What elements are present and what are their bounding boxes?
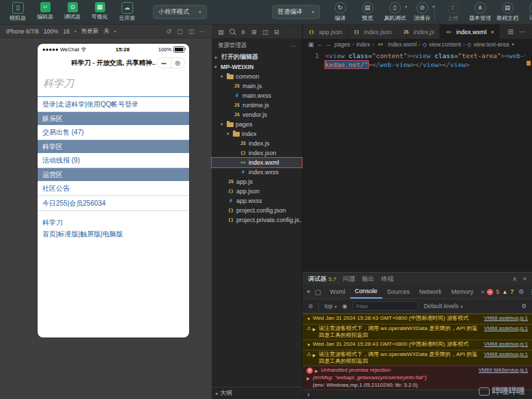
forum-link-row[interactable]: 交易出售 (47) (38, 125, 189, 140)
expand-arrow-icon[interactable]: ▶ (315, 367, 321, 374)
tree-item-common[interactable]: ▾common (212, 72, 302, 81)
close-tab-icon[interactable]: × (491, 29, 494, 36)
breadcrumb-item[interactable]: pages (335, 41, 350, 48)
expand-arrow-icon[interactable]: ▶ (313, 325, 319, 333)
source-link[interactable]: VM68 asdebug.js:1 (484, 325, 528, 332)
files-icon[interactable]: ▤ (218, 28, 224, 36)
toolbar-button-debugger[interactable]: ⊙调试器 (60, 2, 85, 20)
breadcrumb-item[interactable]: view.text-area (473, 41, 509, 48)
tree-item-index[interactable]: ▾index (212, 129, 302, 139)
tree-item-pages[interactable]: ▾pages (212, 120, 302, 129)
devtools-tab-Wxml[interactable]: Wxml (325, 285, 350, 299)
code-editor[interactable]: 1<view class="content"><view class="text… (303, 50, 532, 271)
split-editor-icon[interactable]: ⊞ (508, 28, 514, 36)
context-select[interactable]: top ▾ (324, 303, 337, 309)
toolbar-button-details[interactable]: ≡详情 (522, 2, 532, 22)
toolbar-button-upload[interactable]: ⇧上传 (440, 2, 465, 22)
home-button[interactable]: ◎ (171, 58, 185, 68)
devtools-menu-icon[interactable]: ⋮ (529, 288, 532, 295)
device-select[interactable]: iPhone 6/7/8 (6, 28, 39, 35)
split-panel-icon[interactable]: ◫ (262, 28, 268, 36)
devtools-tab-Console[interactable]: Console (350, 285, 382, 299)
toolbar-button-clear-cache[interactable]: ⊘清缓存▾ (410, 2, 434, 22)
overflow-tabs-icon[interactable]: » (478, 288, 487, 295)
toolbar-button-device-debug[interactable]: ▯真机调试▾ (382, 2, 407, 22)
search-icon[interactable] (229, 29, 235, 34)
toolbar-button-simulator[interactable]: ▯模拟器 (5, 2, 30, 22)
breadcrumb-item[interactable]: index (356, 41, 370, 48)
forum-link-row[interactable]: 社区公告 (38, 181, 189, 196)
devtools-tab-Memory[interactable]: Memory (447, 285, 479, 299)
more-icon[interactable]: ⋯ (199, 28, 206, 35)
tree-item-runtime.js[interactable]: JSruntime.js (212, 100, 302, 110)
expand-arrow-icon[interactable]: ▼ (307, 315, 313, 322)
code-text[interactable]: kxdao.net/"></web-view></view></view> (325, 60, 470, 69)
source-link[interactable]: VM68 asdebug.js:1 (484, 341, 528, 348)
forum-link-row[interactable]: 登录|走进科学|使用QQ帐号登录 (38, 97, 189, 112)
toolbar-button-cloud-dev[interactable]: ☁云开发 (115, 2, 139, 22)
devtools-tab-Sources[interactable]: Sources (382, 285, 415, 299)
breadcrumb-item[interactable]: view.content (429, 41, 461, 48)
expand-arrow-icon[interactable]: ▶ (313, 351, 319, 359)
console-filter-input[interactable] (352, 301, 418, 311)
tree-item-app.wxss[interactable]: #app.wxss (212, 196, 302, 206)
fontsize-select[interactable]: 16 (63, 28, 69, 35)
expand-arrow-icon[interactable]: ▶ (307, 374, 313, 382)
tree-item-project.private.config.js...[interactable]: {}project.private.config.js... (212, 215, 302, 225)
forum-link-row[interactable]: 科学刀 (38, 211, 189, 228)
close-panel-icon[interactable]: × (523, 275, 527, 282)
tree-item-app.js[interactable]: JSapp.js (212, 177, 302, 187)
live-expression-icon[interactable]: ◉ (342, 303, 347, 309)
source-link[interactable]: VM68 asdebug.js:1 (484, 315, 528, 322)
collapse-all-icon[interactable]: ⊟ (274, 28, 279, 36)
tree-item-index.wxml[interactable]: <>index.wxml (212, 158, 302, 167)
toolbar-button-compile[interactable]: ↻编译 (328, 2, 352, 22)
editor-tab-app.json[interactable]: {}app.json (303, 25, 348, 39)
forward-icon[interactable]: → (326, 41, 332, 48)
expand-panel-icon[interactable]: ∧ (512, 275, 517, 282)
toolbar-button-docs[interactable]: ▤教程文档 (495, 2, 520, 22)
tree-item-vendor.js[interactable]: JSvendor.js (212, 110, 302, 120)
panel-tab-问题[interactable]: 问题 (343, 275, 355, 284)
source-control-icon[interactable]: ⋔ (240, 28, 246, 36)
devtools-tab-Network[interactable]: Network (415, 285, 447, 299)
mode-select[interactable]: 小程序模式 ▾ (153, 5, 207, 19)
editor-tab-index.wxml[interactable]: <>index.wxml× (440, 25, 500, 39)
more-actions-icon[interactable]: ⋯ (519, 28, 526, 36)
toolbar-button-version-control[interactable]: ⋔版本管理 (468, 2, 492, 22)
editor-scrollbar[interactable] (525, 50, 532, 271)
tree-item-index.js[interactable]: JSindex.js (212, 139, 302, 148)
editor-tab-index.json[interactable]: {}index.json (348, 25, 397, 39)
devtools-settings-icon[interactable]: ⚙ (518, 288, 524, 295)
open-editors-section[interactable]: ▸ 打开的编辑器 (212, 52, 302, 62)
outline-section[interactable]: ▸ 大纲 (212, 387, 302, 399)
rotate-icon[interactable]: ↺ (166, 28, 171, 35)
forum-link-row[interactable]: 首页|标准版|触屏版|电脑版 (38, 228, 189, 240)
source-link[interactable]: VM68 asdebug.js:1 (484, 351, 528, 358)
forum-link-row[interactable]: 今日255|会员256034 (38, 196, 189, 211)
toolbar-button-editor[interactable]: ‹›编辑器 (33, 2, 57, 20)
more-menu-button[interactable]: ••• (157, 58, 171, 68)
breadcrumb-item[interactable]: index.wxml (388, 41, 417, 48)
tree-item-main.wxss[interactable]: #main.wxss (212, 91, 302, 100)
tree-item-main.js[interactable]: JSmain.js (212, 81, 302, 91)
expand-arrow-icon[interactable]: ▼ (307, 341, 313, 348)
tree-item-app.json[interactable]: {}app.json (212, 187, 302, 196)
tree-item-index.json[interactable]: {}index.json (212, 148, 302, 158)
toolbar-button-visualization[interactable]: ▦可视化 (87, 2, 112, 20)
console-settings-icon[interactable]: ⚙ (521, 303, 527, 309)
extensions-icon[interactable]: ⊞ (251, 28, 257, 36)
device-toolbar-icon[interactable]: ▢ (315, 288, 321, 296)
code-text[interactable]: <view class="content"><view class="text-… (325, 51, 532, 60)
panel-tab-调试器[interactable]: 调试器 (308, 275, 326, 284)
tree-item-MP-WEIXIN[interactable]: ▾MP-WEIXIN (212, 62, 302, 72)
panel-tab-终端[interactable]: 终端 (381, 275, 393, 284)
compile-mode-select[interactable]: 普通编译 ▾ (272, 5, 320, 19)
more-actions-icon[interactable]: ⋯ (290, 42, 296, 49)
forum-link-row[interactable]: 活动线报 (9) (38, 153, 189, 168)
tree-item-index.wxss[interactable]: #index.wxss (212, 167, 302, 177)
editor-tab-index.js[interactable]: JSindex.js (397, 25, 440, 39)
tree-item-project.config.json[interactable]: {}project.config.json (212, 206, 302, 215)
hot-reload-state[interactable]: 关 (103, 27, 109, 36)
clear-console-icon[interactable]: ⊘ (308, 303, 313, 309)
